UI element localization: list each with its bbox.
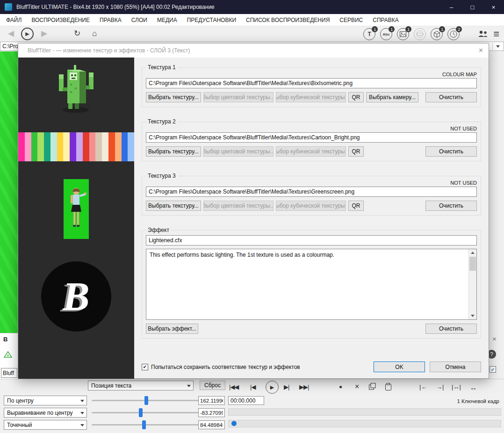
prev-frame-button[interactable]: |◀ <box>250 383 255 390</box>
skip-end-button[interactable]: ▶▶| <box>299 383 309 390</box>
refresh-button[interactable]: ↻ <box>74 29 80 39</box>
qr-button-2[interactable]: QR <box>348 146 364 157</box>
sphere-layer-button[interactable] <box>414 28 426 40</box>
clear-texture-button-3[interactable]: Очистить <box>425 201 477 211</box>
scroll-down-button[interactable] <box>469 312 476 319</box>
paragraph-layer-button[interactable]: Abc 1 <box>380 28 392 40</box>
timeline-marker[interactable] <box>231 421 237 426</box>
slider-handle[interactable] <box>144 396 148 405</box>
layer-name-field[interactable]: Bluff <box>1 368 17 378</box>
clear-effect-button[interactable]: Очистить <box>425 324 477 334</box>
menu-item-playback[interactable]: ВОСПРОИЗВЕДЕНИЕ <box>31 17 90 23</box>
choose-texture-button-2[interactable]: Выбрать текстуру... <box>146 146 201 157</box>
record-button[interactable]: ● <box>339 383 342 390</box>
community-button[interactable] <box>477 30 489 38</box>
clear-texture-button-2[interactable]: Очистить <box>425 146 477 157</box>
text-position-combo[interactable]: Позиция текста <box>88 381 194 390</box>
menu-item-file[interactable]: ФАЙЛ <box>6 17 22 23</box>
menu-item-playlist[interactable]: СПИСОК ВОСПРОИЗВЕДЕНИЯ <box>246 17 330 23</box>
minimize-button[interactable]: – <box>441 0 462 14</box>
time-field[interactable] <box>228 396 264 405</box>
panel-checkbox[interactable]: ✔ <box>490 366 496 373</box>
all-keyframes-button[interactable]: ↔ <box>470 383 477 391</box>
last-keyframe-button[interactable]: →| <box>436 383 444 390</box>
choose-texture-button-1[interactable]: Выбрать текстуру... <box>146 92 201 102</box>
tree-item-letter: В <box>3 336 7 343</box>
slider-track[interactable] <box>92 400 207 401</box>
anchor-combo[interactable]: По центру <box>4 396 87 405</box>
slider-x[interactable] <box>92 396 207 405</box>
layers-button[interactable] <box>369 383 376 391</box>
home-button[interactable]: ⌂ <box>92 29 97 39</box>
keyframe-range-button[interactable]: |↔| <box>452 383 461 390</box>
play-toolbar-button[interactable]: ▶ <box>21 28 34 40</box>
timeline-track-upper[interactable] <box>228 408 501 416</box>
combo-value: Позиция текста <box>91 382 131 389</box>
menu-item-presets[interactable]: ПРЕДУСТАНОВКИ <box>187 17 236 23</box>
palette-stripe <box>102 132 108 161</box>
effect-file-input[interactable] <box>146 235 477 245</box>
slider-track[interactable] <box>92 412 207 413</box>
menu-item-help[interactable]: СПРАВКА <box>373 17 399 23</box>
alignment-combo[interactable]: Выравнивание по центру <box>4 408 87 418</box>
texture-path-input-3[interactable] <box>146 187 477 197</box>
arrow-down-icon <box>471 315 475 317</box>
scroll-thumb[interactable] <box>469 257 476 271</box>
slider-handle[interactable] <box>142 420 146 429</box>
effect-description-text: This effect performs basic lighting. The… <box>150 252 334 258</box>
palette-stripe <box>37 132 44 161</box>
choose-effect-button[interactable]: Выбрать эффект... <box>146 324 198 334</box>
group-label: Текстура 3 <box>146 173 178 179</box>
menu-item-layers[interactable]: СЛОИ <box>131 17 147 23</box>
slider-z[interactable] <box>92 420 207 430</box>
back-button[interactable]: ◀ <box>8 29 14 39</box>
scroll-up-button[interactable] <box>469 249 476 256</box>
texture-path-input-1[interactable] <box>146 78 477 88</box>
clear-texture-button-1[interactable]: Очистить <box>425 92 477 102</box>
qr-button-3[interactable]: QR <box>348 201 364 211</box>
texture-path-input-2[interactable] <box>146 132 477 143</box>
menu-item-media[interactable]: МЕДИА <box>157 17 177 23</box>
path-dropdown-button[interactable] <box>492 43 503 50</box>
menu-item-edit[interactable]: ПРАВКА <box>100 17 122 23</box>
first-keyframe-button[interactable]: |← <box>419 383 427 390</box>
value-field-x[interactable] <box>198 396 225 405</box>
close-button[interactable]: × <box>483 0 504 14</box>
delete-keyframe-button[interactable]: × <box>355 382 359 391</box>
choose-cubic-texture-button-2: ыбор кубической текстуры. <box>276 146 346 157</box>
value-field-y[interactable] <box>198 408 225 417</box>
next-frame-button[interactable]: ▶| <box>284 383 289 390</box>
menu-toggle-button[interactable]: ≡ <box>493 29 499 39</box>
slider-handle[interactable] <box>139 408 143 417</box>
value-field-z[interactable] <box>198 420 225 429</box>
app-window: BluffTitler ULTIMATE - Bix4.bt 1920 x 10… <box>0 0 504 433</box>
picture-layer-button[interactable]: 1 <box>397 28 409 40</box>
forward-button[interactable]: ▶ <box>41 29 47 39</box>
effect-preview: B <box>41 261 111 332</box>
skip-start-button[interactable]: |◀◀ <box>229 383 238 390</box>
menu-item-service[interactable]: СЕРВИС <box>339 17 363 23</box>
cube-layer-button[interactable]: 1 <box>431 28 443 40</box>
choose-camera-button[interactable]: Выбрать камеру... <box>366 92 418 102</box>
text-layer-button[interactable]: T 1 <box>363 28 375 40</box>
palette-stripe <box>83 132 89 161</box>
ok-button[interactable]: OK <box>374 361 425 372</box>
panel-close-button[interactable]: × <box>492 335 497 343</box>
cancel-button[interactable]: Отмена <box>430 361 481 372</box>
slider-y[interactable] <box>92 408 207 418</box>
combo-value: Точечный <box>7 422 32 428</box>
clipboard-button[interactable] <box>385 383 391 392</box>
timeline-track-lower[interactable] <box>228 420 501 427</box>
clock-layer-button[interactable]: 2 <box>447 28 460 40</box>
slider-track[interactable] <box>92 424 207 426</box>
mode-combo[interactable]: Точечный <box>4 420 87 430</box>
maximize-button[interactable]: □ <box>462 0 483 14</box>
texture-group-2: Текстура 2 NOT USED Выбрать текстуру... … <box>142 122 481 161</box>
dialog-close-button[interactable]: × <box>479 46 483 55</box>
play-button[interactable]: ▶ <box>266 381 279 394</box>
keep-match-checkbox[interactable]: ✔ <box>142 364 148 370</box>
reset-button[interactable]: Сброс <box>200 381 225 390</box>
choose-texture-button-3[interactable]: Выбрать текстуру... <box>146 201 201 211</box>
scrollbar[interactable] <box>468 249 476 319</box>
qr-button-1[interactable]: QR <box>348 92 364 102</box>
